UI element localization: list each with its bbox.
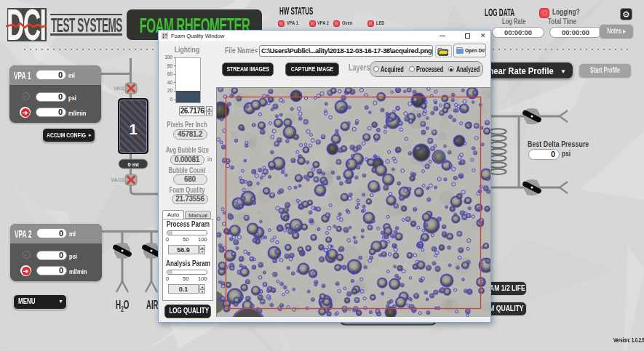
svg-text:1: 1 [129, 121, 137, 137]
svg-text:VAI1: VAI1 [114, 86, 124, 91]
svg-text:VAO1: VAO1 [111, 177, 124, 182]
svg-text:0 ml: 0 ml [127, 161, 138, 168]
